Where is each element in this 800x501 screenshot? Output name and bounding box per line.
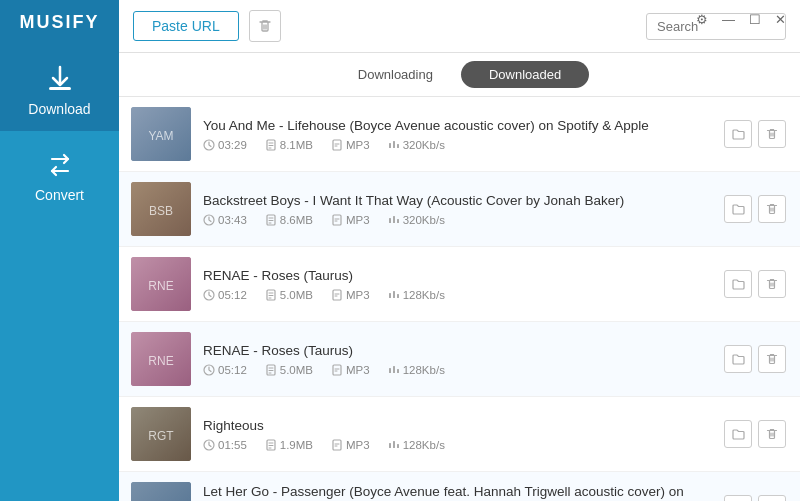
svg-rect-31 — [393, 366, 395, 373]
svg-rect-23 — [393, 291, 395, 298]
delete-icon — [765, 127, 779, 141]
format-icon — [331, 214, 343, 226]
delete-song-button[interactable] — [758, 195, 786, 223]
folder-icon — [731, 427, 746, 442]
open-folder-button[interactable] — [724, 495, 752, 501]
file-size-icon — [265, 214, 277, 226]
song-title: Backstreet Boys - I Want It That Way (Ac… — [203, 192, 712, 210]
settings-icon[interactable]: ⚙ — [692, 10, 712, 29]
song-thumbnail: LHG — [131, 482, 191, 501]
tabs-bar: Downloading Downloaded — [119, 53, 800, 97]
topbar-left: Paste URL — [133, 10, 281, 42]
song-title: RENAE - Roses (Taurus) — [203, 267, 712, 285]
song-format: MP3 — [331, 289, 370, 301]
song-actions — [724, 120, 786, 148]
song-thumbnail: RNE — [131, 332, 191, 386]
format-icon — [331, 364, 343, 376]
song-info: Backstreet Boys - I Want It That Way (Ac… — [203, 192, 712, 226]
trash-button[interactable] — [249, 10, 281, 42]
song-item: BSB Backstreet Boys - I Want It That Way… — [119, 172, 800, 247]
song-info: You And Me - Lifehouse (Boyce Avenue aco… — [203, 117, 712, 151]
window-controls: ⚙ — ☐ ✕ — [692, 10, 790, 29]
format-icon — [331, 289, 343, 301]
clock-icon — [203, 364, 215, 376]
song-title: Let Her Go - Passenger (Boyce Avenue fea… — [203, 483, 712, 501]
song-bitrate: 320Kb/s — [388, 139, 445, 151]
svg-rect-40 — [397, 444, 399, 448]
delete-song-button[interactable] — [758, 270, 786, 298]
song-meta: 03:43 8.6MB MP3 320Kb/s — [203, 214, 712, 226]
topbar: Paste URL ⚙ — ☐ ✕ — [119, 0, 800, 53]
folder-icon — [731, 202, 746, 217]
delete-icon — [765, 352, 779, 366]
svg-text:YAM: YAM — [148, 129, 173, 143]
paste-url-button[interactable]: Paste URL — [133, 11, 239, 41]
svg-text:RNE: RNE — [148, 279, 173, 293]
song-meta: 03:29 8.1MB MP3 320Kb/s — [203, 139, 712, 151]
song-actions — [724, 420, 786, 448]
delete-song-button[interactable] — [758, 495, 786, 501]
song-format: MP3 — [331, 139, 370, 151]
song-actions — [724, 495, 786, 501]
file-size-icon — [265, 364, 277, 376]
svg-rect-32 — [397, 369, 399, 373]
file-size-icon — [265, 439, 277, 451]
song-info: RENAE - Roses (Taurus) 05:12 5.0MB MP3 1… — [203, 267, 712, 301]
main-content: Paste URL ⚙ — ☐ ✕ Downloading Downloaded — [119, 0, 800, 501]
delete-song-button[interactable] — [758, 120, 786, 148]
open-folder-button[interactable] — [724, 270, 752, 298]
song-thumbnail: RGT — [131, 407, 191, 461]
open-folder-button[interactable] — [724, 345, 752, 373]
svg-rect-24 — [397, 294, 399, 298]
delete-icon — [765, 202, 779, 216]
song-thumbnail: YAM — [131, 107, 191, 161]
song-info: Righteous 01:55 1.9MB MP3 128Kb/s — [203, 417, 712, 451]
svg-rect-30 — [389, 368, 391, 373]
clock-icon — [203, 439, 215, 451]
svg-rect-5 — [333, 140, 341, 150]
song-size: 8.1MB — [265, 139, 313, 151]
tab-downloading[interactable]: Downloading — [330, 61, 461, 88]
song-list: YAM You And Me - Lifehouse (Boyce Avenue… — [119, 97, 800, 501]
song-size: 8.6MB — [265, 214, 313, 226]
minimize-button[interactable]: — — [718, 10, 739, 29]
song-thumbnail: RNE — [131, 257, 191, 311]
song-bitrate: 128Kb/s — [388, 289, 445, 301]
sidebar-item-convert[interactable]: Convert — [0, 131, 119, 217]
trash-icon — [257, 18, 273, 34]
maximize-button[interactable]: ☐ — [745, 10, 765, 29]
svg-text:BSB: BSB — [149, 204, 173, 218]
song-thumbnail: BSB — [131, 182, 191, 236]
song-title: Righteous — [203, 417, 712, 435]
svg-rect-0 — [49, 87, 71, 90]
song-meta: 01:55 1.9MB MP3 128Kb/s — [203, 439, 712, 451]
song-format: MP3 — [331, 439, 370, 451]
bitrate-icon — [388, 139, 400, 151]
song-title: RENAE - Roses (Taurus) — [203, 342, 712, 360]
sidebar-item-download[interactable]: Download — [0, 45, 119, 131]
open-folder-button[interactable] — [724, 420, 752, 448]
svg-text:RGT: RGT — [148, 429, 174, 443]
song-format: MP3 — [331, 364, 370, 376]
close-button[interactable]: ✕ — [771, 10, 790, 29]
open-folder-button[interactable] — [724, 195, 752, 223]
bitrate-icon — [388, 214, 400, 226]
delete-icon — [765, 427, 779, 441]
delete-song-button[interactable] — [758, 345, 786, 373]
svg-rect-15 — [393, 216, 395, 223]
svg-rect-7 — [393, 141, 395, 148]
delete-song-button[interactable] — [758, 420, 786, 448]
svg-rect-39 — [393, 441, 395, 448]
clock-icon — [203, 139, 215, 151]
song-item: RNE RENAE - Roses (Taurus) 05:12 5.0MB M… — [119, 322, 800, 397]
song-duration: 05:12 — [203, 289, 247, 301]
tab-downloaded[interactable]: Downloaded — [461, 61, 589, 88]
song-size: 5.0MB — [265, 364, 313, 376]
svg-rect-16 — [397, 219, 399, 223]
song-duration: 01:55 — [203, 439, 247, 451]
clock-icon — [203, 289, 215, 301]
open-folder-button[interactable] — [724, 120, 752, 148]
folder-icon — [731, 352, 746, 367]
song-meta: 05:12 5.0MB MP3 128Kb/s — [203, 364, 712, 376]
sidebar-convert-label: Convert — [35, 187, 84, 203]
